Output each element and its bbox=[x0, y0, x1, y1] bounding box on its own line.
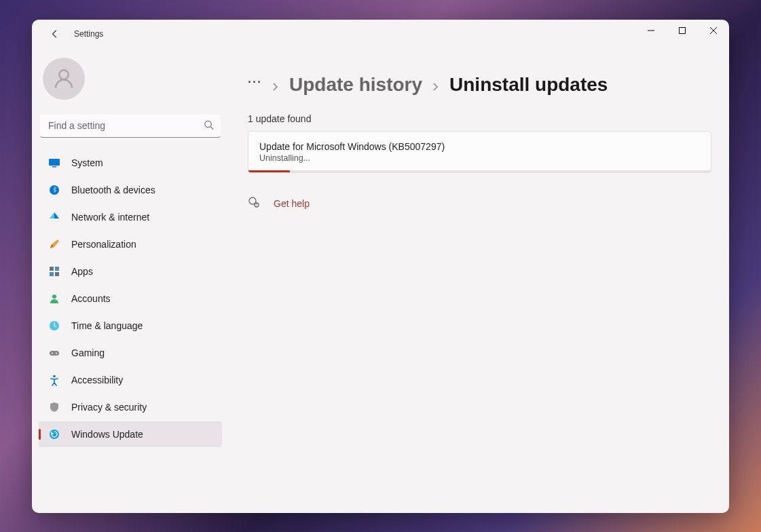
paintbrush-icon bbox=[48, 238, 60, 250]
svg-rect-6 bbox=[52, 166, 56, 168]
clock-globe-icon bbox=[48, 320, 60, 332]
nav-label: Privacy & security bbox=[71, 402, 147, 413]
progress-track bbox=[248, 170, 711, 172]
sidebar-item-network[interactable]: Network & internet bbox=[39, 204, 222, 230]
nav: System Bluetooth & devices Network & int… bbox=[39, 150, 222, 447]
svg-rect-1 bbox=[680, 27, 686, 33]
avatar[interactable] bbox=[43, 58, 85, 100]
maximize-icon bbox=[679, 27, 686, 34]
display-icon bbox=[48, 157, 60, 169]
maximize-button[interactable] bbox=[667, 20, 698, 41]
search-box bbox=[40, 115, 221, 138]
nav-label: Windows Update bbox=[71, 429, 143, 440]
accessibility-icon bbox=[48, 374, 60, 386]
update-title: Update for Microsoft Windows (KB5007297) bbox=[259, 141, 700, 152]
page-title: Uninstall updates bbox=[449, 74, 608, 96]
help-row: ? Get help bbox=[248, 196, 711, 211]
sidebar-item-accounts[interactable]: Accounts bbox=[39, 286, 222, 311]
svg-point-3 bbox=[205, 121, 211, 127]
sidebar-item-accessibility[interactable]: Accessibility bbox=[39, 367, 222, 393]
svg-text:?: ? bbox=[256, 203, 258, 207]
main-content: ··· Update history Uninstall updates 1 u… bbox=[229, 48, 729, 513]
chevron-right-icon bbox=[432, 74, 440, 96]
sidebar-item-gaming[interactable]: Gaming bbox=[39, 340, 222, 366]
sidebar-item-windows-update[interactable]: Windows Update bbox=[39, 421, 222, 447]
svg-line-4 bbox=[210, 126, 213, 129]
update-card[interactable]: Update for Microsoft Windows (KB5007297)… bbox=[248, 131, 711, 173]
svg-point-16 bbox=[56, 352, 57, 354]
svg-point-2 bbox=[59, 70, 69, 79]
sidebar-item-apps[interactable]: Apps bbox=[39, 259, 222, 284]
update-status: Uninstalling... bbox=[259, 153, 700, 163]
account-icon bbox=[48, 292, 60, 305]
nav-label: Bluetooth & devices bbox=[71, 185, 155, 195]
nav-label: Network & internet bbox=[71, 212, 149, 223]
sidebar-item-privacy[interactable]: Privacy & security bbox=[39, 394, 222, 420]
settings-window: Settings bbox=[32, 20, 729, 513]
chevron-right-icon bbox=[272, 74, 280, 96]
breadcrumb: ··· Update history Uninstall updates bbox=[248, 74, 711, 96]
search-input[interactable] bbox=[40, 115, 221, 138]
progress-bar bbox=[248, 170, 290, 172]
wifi-icon bbox=[48, 211, 60, 223]
sidebar-item-system[interactable]: System bbox=[39, 150, 222, 176]
bluetooth-icon bbox=[48, 184, 60, 196]
get-help-link[interactable]: Get help bbox=[274, 198, 310, 209]
close-icon bbox=[710, 27, 717, 34]
svg-point-12 bbox=[52, 294, 56, 299]
svg-rect-5 bbox=[49, 159, 60, 166]
breadcrumb-link[interactable]: Update history bbox=[289, 74, 422, 96]
svg-rect-14 bbox=[50, 351, 59, 356]
sidebar-item-personalization[interactable]: Personalization bbox=[39, 231, 222, 257]
update-icon bbox=[48, 428, 60, 440]
titlebar: Settings bbox=[32, 20, 729, 48]
nav-label: Personalization bbox=[71, 239, 136, 250]
nav-label: Accounts bbox=[71, 293, 111, 304]
help-icon: ? bbox=[248, 196, 260, 211]
apps-icon bbox=[48, 265, 60, 278]
nav-label: Gaming bbox=[71, 347, 105, 358]
search-icon bbox=[204, 119, 214, 132]
app-title: Settings bbox=[74, 29, 103, 39]
breadcrumb-more[interactable]: ··· bbox=[248, 75, 262, 94]
svg-point-18 bbox=[50, 430, 59, 439]
close-button[interactable] bbox=[698, 20, 729, 41]
svg-rect-9 bbox=[55, 267, 59, 271]
sidebar-item-bluetooth[interactable]: Bluetooth & devices bbox=[39, 177, 222, 203]
svg-rect-10 bbox=[50, 272, 54, 276]
person-icon bbox=[52, 66, 76, 91]
nav-label: Accessibility bbox=[71, 375, 123, 385]
update-count-label: 1 update found bbox=[248, 113, 711, 124]
back-button[interactable] bbox=[43, 22, 67, 46]
nav-label: Time & language bbox=[71, 320, 143, 331]
svg-rect-8 bbox=[50, 267, 54, 271]
nav-label: Apps bbox=[71, 266, 93, 277]
sidebar-item-time[interactable]: Time & language bbox=[39, 313, 222, 339]
minimize-button[interactable] bbox=[635, 20, 667, 41]
svg-point-15 bbox=[52, 352, 53, 354]
svg-point-17 bbox=[53, 375, 56, 377]
minimize-icon bbox=[648, 27, 654, 34]
svg-rect-11 bbox=[55, 272, 59, 276]
sidebar: System Bluetooth & devices Network & int… bbox=[32, 48, 229, 513]
gamepad-icon bbox=[48, 347, 60, 359]
shield-icon bbox=[48, 401, 60, 413]
arrow-left-icon bbox=[50, 29, 60, 39]
nav-label: System bbox=[71, 157, 103, 168]
